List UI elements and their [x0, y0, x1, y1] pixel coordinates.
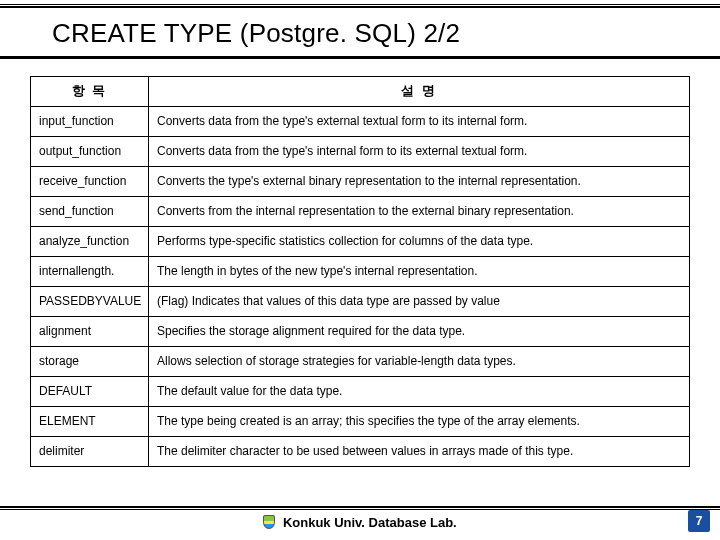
table-row: receive_function Converts the type's ext… — [31, 167, 690, 197]
table-row: PASSEDBYVALUE (Flag) Indicates that valu… — [31, 287, 690, 317]
cell-item: DEFAULT — [31, 377, 149, 407]
top-rule — [0, 4, 720, 8]
table-row: send_function Converts from the internal… — [31, 197, 690, 227]
cell-desc: (Flag) Indicates that values of this dat… — [149, 287, 690, 317]
cell-desc: Specifies the storage alignment required… — [149, 317, 690, 347]
header-desc: 설 명 — [149, 77, 690, 107]
footer-text: Konkuk Univ. Database Lab. — [283, 515, 457, 530]
params-table-wrap: 항 목 설 명 input_function Converts data fro… — [30, 76, 690, 467]
cell-item: ELEMENT — [31, 407, 149, 437]
cell-desc: Converts data from the type's external t… — [149, 107, 690, 137]
cell-item: delimiter — [31, 437, 149, 467]
table-row: input_function Converts data from the ty… — [31, 107, 690, 137]
table-row: alignment Specifies the storage alignmen… — [31, 317, 690, 347]
cell-desc: Performs type-specific statistics collec… — [149, 227, 690, 257]
cell-desc: Converts from the internal representatio… — [149, 197, 690, 227]
cell-item: internallength. — [31, 257, 149, 287]
cell-item: alignment — [31, 317, 149, 347]
crest-icon — [263, 515, 275, 529]
cell-item: output_function — [31, 137, 149, 167]
cell-item: input_function — [31, 107, 149, 137]
cell-item: send_function — [31, 197, 149, 227]
header-item: 항 목 — [31, 77, 149, 107]
cell-desc: Converts data from the type's internal f… — [149, 137, 690, 167]
cell-item: PASSEDBYVALUE — [31, 287, 149, 317]
cell-desc: The delimiter character to be used betwe… — [149, 437, 690, 467]
bottom-rule — [0, 506, 720, 510]
cell-desc: Converts the type's external binary repr… — [149, 167, 690, 197]
table-row: delimiter The delimiter character to be … — [31, 437, 690, 467]
title-underline — [0, 56, 720, 59]
cell-desc: The length in bytes of the new type's in… — [149, 257, 690, 287]
page-title: CREATE TYPE (Postgre. SQL) 2/2 — [52, 18, 460, 49]
params-table: 항 목 설 명 input_function Converts data fro… — [30, 76, 690, 467]
table-row: storage Allows selection of storage stra… — [31, 347, 690, 377]
table-row: analyze_function Performs type-specific … — [31, 227, 690, 257]
table-row: output_function Converts data from the t… — [31, 137, 690, 167]
page-number: 7 — [688, 510, 710, 532]
cell-desc: The default value for the data type. — [149, 377, 690, 407]
table-header-row: 항 목 설 명 — [31, 77, 690, 107]
table-row: DEFAULT The default value for the data t… — [31, 377, 690, 407]
table-row: ELEMENT The type being created is an arr… — [31, 407, 690, 437]
cell-desc: The type being created is an array; this… — [149, 407, 690, 437]
cell-item: receive_function — [31, 167, 149, 197]
cell-item: analyze_function — [31, 227, 149, 257]
footer: Konkuk Univ. Database Lab. — [0, 515, 720, 530]
table-row: internallength. The length in bytes of t… — [31, 257, 690, 287]
cell-desc: Allows selection of storage strategies f… — [149, 347, 690, 377]
cell-item: storage — [31, 347, 149, 377]
